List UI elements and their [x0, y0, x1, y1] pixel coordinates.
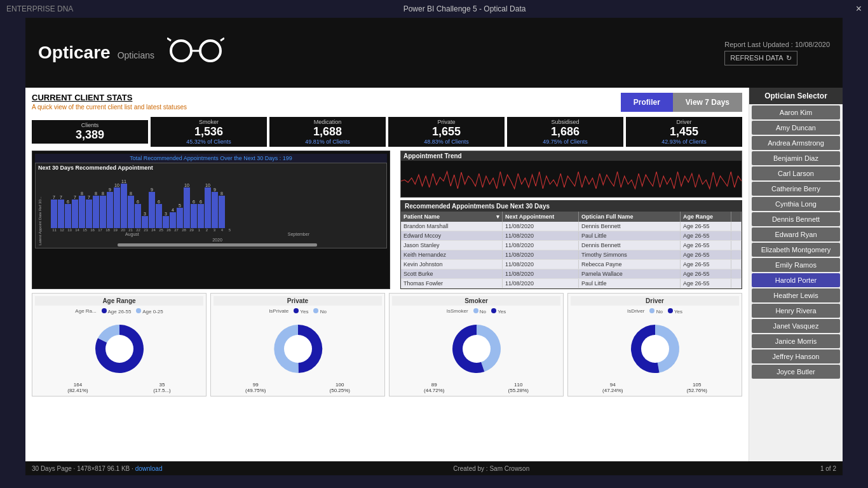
bar-x-label: 13: [66, 228, 73, 232]
sidebar-item-amy-duncan[interactable]: Amy Duncan: [752, 121, 840, 135]
bar-num: 6: [200, 200, 202, 204]
svg-point-0: [171, 41, 191, 61]
sidebar-item-cynthia-long[interactable]: Cynthia Long: [752, 197, 840, 211]
sidebar-item-benjamin-diaz[interactable]: Benjamin Diaz: [752, 151, 840, 165]
x-label-sep: September: [288, 232, 309, 236]
sidebar-item-elizabeth-montgomery[interactable]: Elizabeth Montgomery: [752, 243, 840, 257]
table-row[interactable]: Thomas Fowler11/08/2020Paul LittleAge 26…: [401, 279, 742, 288]
table-cell: 11/08/2020: [503, 269, 579, 278]
table-row[interactable]: Scott Burke11/08/2020Pamela WallaceAge 2…: [401, 269, 742, 279]
sidebar-item-carl-larson[interactable]: Carl Larson: [752, 166, 840, 180]
sidebar-item-henry-rivera[interactable]: Henry Rivera: [752, 304, 840, 318]
donut-legend-label: IsPrivate: [269, 308, 288, 315]
bar-column: 8: [93, 191, 99, 228]
bar-num: 4: [172, 208, 174, 212]
bar-chart-total: Total Recommended Appointments Over the …: [37, 155, 384, 161]
bar: [205, 187, 211, 228]
bar-x-label: 19: [112, 228, 119, 232]
x-year: 2020: [51, 238, 384, 242]
bar: [156, 204, 162, 228]
table-row[interactable]: Jason Stanley11/08/2020Dennis BennettAge…: [401, 241, 742, 250]
svg-point-5: [105, 335, 133, 363]
table-cell: Kevin Johnston: [401, 260, 503, 269]
bar-column: 8: [79, 191, 85, 228]
sidebar-item-catherine-berry[interactable]: Catherine Berry: [752, 182, 840, 196]
sidebar-item-aaron-kim[interactable]: Aaron Kim: [752, 105, 840, 119]
table-row[interactable]: Edward Mccoy11/08/2020Paul LittleAge 26-…: [401, 231, 742, 241]
table-row[interactable]: Brandon Marshall11/08/2020Dennis Bennett…: [401, 222, 742, 231]
bar-x-label: 1: [196, 228, 203, 232]
donut-legend-item: No: [313, 308, 326, 315]
bar: [219, 196, 225, 228]
sidebar-item-jeffrey-hanson[interactable]: Jeffrey Hanson: [752, 349, 840, 363]
bar-column: 8: [128, 191, 134, 228]
main-container: Opticare Opticians Report Last Updated :…: [25, 18, 843, 475]
sidebar-item-janice-morris[interactable]: Janice Morris: [752, 334, 840, 348]
table-row[interactable]: Kevin Johnston11/08/2020Rebecca PayneAge…: [401, 260, 742, 269]
table-cell: 11/08/2020: [503, 241, 579, 250]
bar: [121, 184, 127, 228]
table-cell: Jason Stanley: [401, 241, 503, 250]
table-cell: Dennis Bennett: [579, 241, 681, 250]
table-cell: Age 26-55: [681, 269, 731, 278]
bar-num: 7: [88, 195, 90, 200]
table-cell: Paul Little: [579, 231, 681, 240]
donuts-row: Age Range Age Ra... Age 26-55 Age 0-25 1…: [32, 293, 742, 396]
table-cell: 11/08/2020: [503, 231, 579, 240]
profiler-button[interactable]: Profiler: [621, 93, 673, 112]
bar: [191, 204, 197, 228]
refresh-button[interactable]: REFRESH DATA ↻: [724, 51, 797, 65]
stat-value: 1,536: [154, 125, 263, 139]
bar-chart-scrollbar[interactable]: [118, 243, 317, 247]
donut-seg1: 35(17.5...): [153, 382, 171, 393]
bar-chart-title: Next 30 Days Recommended Appointment: [38, 165, 384, 171]
th-age: Age Range: [681, 212, 731, 222]
bar-num: 11: [121, 179, 126, 184]
content-area: CURRENT CLIENT STATS A quick view of the…: [25, 88, 843, 461]
stat-label: Clients: [36, 122, 144, 128]
bar-num: 5: [179, 203, 181, 208]
svg-point-1: [200, 41, 220, 61]
bar-num: 9: [214, 187, 216, 192]
logo-area: Opticare Opticians: [38, 33, 224, 72]
table-body: Brandon Marshall11/08/2020Dennis Bennett…: [401, 222, 742, 288]
sidebar-item-dennis-bennett[interactable]: Dennis Bennett: [752, 212, 840, 226]
bar: [170, 212, 176, 228]
sidebar-item-andrea-armstrong[interactable]: Andrea Armstrong: [752, 136, 840, 150]
logo-text-area: Opticare Opticians: [38, 43, 154, 63]
close-button[interactable]: ×: [856, 3, 862, 15]
bar: [107, 192, 113, 228]
bar-num: 8: [102, 191, 104, 196]
table-header: Patient Name ▾ Next Appointment Optician…: [401, 212, 742, 222]
y-axis-label: Latest Appoint Date Ref 30...: [38, 171, 51, 248]
table-scroll-cell: [731, 250, 742, 259]
donut-legend-item: Yes: [668, 308, 682, 315]
sidebar-item-janet-vasquez[interactable]: Janet Vasquez: [752, 319, 840, 333]
title-bar-left: ENTERPRISE DNA: [6, 4, 73, 13]
stat-box-4: Subsidised 1,686 49.75% of Clients: [507, 117, 623, 147]
svg-point-6: [284, 335, 312, 363]
table-cell: Edward Mccoy: [401, 231, 503, 240]
donut-legend-label: IsSmoker: [447, 308, 468, 315]
table-cell: Age 26-55: [681, 260, 731, 269]
sidebar-item-joyce-butler[interactable]: Joyce Butler: [752, 365, 840, 379]
sidebar-list: Aaron KimAmy DuncanAndrea ArmstrongBenja…: [749, 104, 843, 459]
stat-value: 1,455: [630, 125, 738, 139]
stat-pct: 42.93% of Clients: [630, 139, 738, 145]
bar-x-label: 3: [211, 228, 218, 232]
view7days-button[interactable]: View 7 Days: [673, 93, 742, 112]
bar-column: 3: [163, 212, 169, 228]
table-row[interactable]: Keith Hernandez11/08/2020Timothy Simmons…: [401, 250, 742, 260]
sidebar-item-heather-lewis[interactable]: Heather Lewis: [752, 288, 840, 302]
bar-num: 10: [205, 183, 210, 187]
download-link[interactable]: download: [135, 465, 163, 472]
sidebar-item-harold-porter[interactable]: Harold Porter: [752, 273, 840, 287]
donut-legend: Age Ra... Age 26-55 Age 0-25: [35, 308, 203, 315]
sidebar-item-emily-ramos[interactable]: Emily Ramos: [752, 258, 840, 272]
sidebar-item-edward-ryan[interactable]: Edward Ryan: [752, 227, 840, 241]
bar: [51, 200, 57, 228]
donut-seg0: 164(82.41%): [67, 382, 88, 393]
bar-x-label: 5: [226, 228, 233, 232]
bar-column: 5: [177, 203, 183, 228]
donut-legend: IsPrivate Yes No: [214, 308, 382, 315]
